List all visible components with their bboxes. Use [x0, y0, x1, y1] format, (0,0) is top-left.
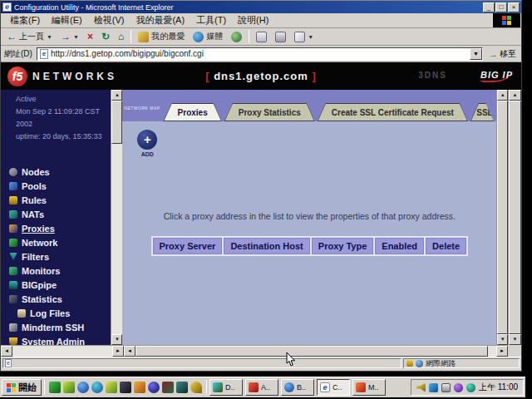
sidebar-scrollbar[interactable]: ▲ ▼	[111, 90, 122, 345]
quick-launch-icon[interactable]	[162, 382, 174, 393]
column-header-proxy-server: Proxy Server	[153, 238, 223, 254]
sidebar-item-network[interactable]: Network	[1, 235, 111, 249]
sidebar-item-label: Pools	[22, 181, 47, 191]
taskbar-window-button-active[interactable]: e C..	[317, 379, 350, 396]
scroll-up-icon[interactable]: ▲	[509, 90, 521, 101]
sidebar-item-system-admin[interactable]: System Admin	[1, 334, 111, 345]
scroll-up-icon[interactable]: ▲	[497, 90, 508, 101]
sidebar-item-label: Statistics	[22, 294, 62, 304]
quick-launch-icon[interactable]	[63, 382, 75, 393]
volume-icon[interactable]	[416, 383, 426, 392]
menu-file[interactable]: 檔案(F)	[4, 14, 46, 27]
tray-icon[interactable]	[429, 383, 438, 392]
taskbar-window-button[interactable]: D..	[209, 379, 243, 396]
scroll-down-icon[interactable]: ▼	[497, 334, 508, 345]
scrollbar-thumb[interactable]	[509, 101, 521, 334]
sidebar-item-nats[interactable]: NATs	[1, 207, 111, 221]
print-button[interactable]	[272, 29, 289, 44]
menu-tools[interactable]: 工具(T)	[190, 14, 232, 27]
edit-dropdown-icon[interactable]: ▼	[308, 34, 313, 40]
tab-proxy-statistics[interactable]: Proxy Statistics	[224, 103, 315, 121]
sidebar-item-filters[interactable]: Filters	[1, 249, 111, 264]
app-icon	[213, 382, 223, 392]
menu-view[interactable]: 檢視(V)	[88, 14, 131, 27]
sidebar-item-rules[interactable]: Rules	[1, 193, 111, 207]
sidebar-item-mindterm-ssh[interactable]: Mindterm SSH	[1, 320, 111, 334]
go-button[interactable]: → 移至	[485, 47, 520, 62]
sidebar-item-proxies[interactable]: Proxies	[1, 221, 111, 235]
content-hscrollbar[interactable]: ◄ ►	[124, 345, 508, 357]
quick-launch-icon[interactable]	[49, 382, 61, 393]
address-field-frame: e ▼	[37, 47, 483, 61]
network-map-button[interactable]: NETWORK MAP	[124, 98, 160, 113]
windows-flag-icon	[502, 16, 511, 25]
quick-launch-icon[interactable]	[91, 382, 103, 393]
quick-launch-icon[interactable]	[134, 382, 145, 393]
menu-favorites[interactable]: 我的最愛(A)	[130, 14, 190, 27]
scroll-left-icon[interactable]: ◄	[1, 346, 12, 357]
tab-install-ssl-certificate[interactable]: Install SSL Certifi	[470, 103, 494, 121]
scroll-up-icon[interactable]: ▲	[111, 90, 122, 101]
taskbar-window-button[interactable]: B..	[281, 379, 314, 396]
sidebar-item-pools[interactable]: Pools	[1, 179, 111, 193]
minimize-button[interactable]: _	[483, 2, 495, 12]
favorites-button[interactable]: 我的最愛	[135, 29, 188, 44]
url-input[interactable]	[51, 49, 470, 58]
quick-launch-icon[interactable]	[120, 382, 131, 393]
network-icon	[9, 239, 17, 247]
restore-button[interactable]: □	[495, 2, 507, 12]
scroll-down-icon[interactable]: ▼	[111, 334, 122, 345]
content-scrollbar[interactable]: ▲ ▼	[496, 90, 508, 345]
scrollbar-thumb[interactable]	[497, 101, 508, 334]
log-files-icon	[17, 309, 26, 318]
quick-launch-icon[interactable]	[106, 382, 117, 393]
quick-launch-icon[interactable]	[148, 382, 160, 393]
scroll-left-icon[interactable]: ◄	[124, 346, 135, 357]
sidebar-item-monitors[interactable]: Monitors	[1, 264, 111, 278]
scrollbar-thumb[interactable]	[135, 346, 488, 357]
quick-launch-icon[interactable]	[190, 382, 202, 393]
taskbar-window-button[interactable]: M..	[352, 379, 386, 396]
sidebar-item-bigpipe[interactable]: BIGpipe	[1, 278, 111, 292]
tray-icon[interactable]	[454, 383, 463, 392]
scroll-right-icon[interactable]: ►	[496, 346, 508, 357]
history-button[interactable]	[228, 29, 245, 44]
stop-button[interactable]: ×	[84, 29, 96, 44]
edit-button[interactable]: ▼	[291, 29, 317, 44]
tab-create-ssl-certificate-request[interactable]: Create SSL Certificate Request	[318, 103, 468, 121]
sidebar-item-log-files[interactable]: Log Files	[1, 306, 111, 320]
display-icon[interactable]	[441, 383, 451, 392]
quick-launch-icon[interactable]	[77, 382, 89, 393]
address-dropdown-icon[interactable]: ▼	[470, 48, 482, 60]
scroll-right-icon[interactable]: ►	[112, 346, 124, 357]
product-3dns-label: 3DNS	[418, 71, 447, 80]
zone-label: 網際網路	[426, 358, 456, 369]
window-scrollbar[interactable]: ▲ ▼	[508, 90, 521, 345]
back-dropdown-icon[interactable]: ▼	[47, 34, 52, 40]
close-button[interactable]: ×	[508, 2, 520, 12]
menu-edit[interactable]: 編輯(E)	[46, 14, 88, 27]
print-icon	[275, 32, 286, 42]
taskbar-separator	[206, 380, 207, 395]
sidebar-item-statistics[interactable]: Statistics	[1, 292, 111, 306]
back-button[interactable]: ← 上一頁 ▼	[3, 29, 56, 44]
home-button[interactable]: ⌂	[115, 29, 127, 44]
address-label: 網址(D)	[2, 48, 34, 60]
tab-proxies[interactable]: Proxies	[164, 103, 222, 121]
scroll-down-icon[interactable]: ▼	[509, 334, 521, 345]
add-proxy-button[interactable]: + ADD	[137, 130, 157, 157]
scrollbar-thumb[interactable]	[111, 101, 122, 144]
forward-dropdown-icon[interactable]: ▼	[73, 34, 79, 40]
menu-help[interactable]: 說明(H)	[232, 14, 274, 27]
refresh-button[interactable]: ↻	[98, 29, 113, 44]
window-button-label: A..	[261, 383, 270, 392]
sidebar-item-nodes[interactable]: Nodes	[1, 165, 111, 179]
media-button[interactable]: 媒體	[190, 29, 226, 44]
start-button[interactable]: 開始	[2, 379, 42, 396]
quick-launch-icon[interactable]	[176, 382, 188, 393]
taskbar-window-button[interactable]: A..	[245, 379, 278, 396]
sidebar-hscrollbar[interactable]: ◄ ►	[1, 345, 124, 357]
mail-button[interactable]	[253, 29, 270, 44]
tray-icon[interactable]	[466, 383, 475, 392]
forward-button[interactable]: → ▼	[57, 29, 82, 44]
